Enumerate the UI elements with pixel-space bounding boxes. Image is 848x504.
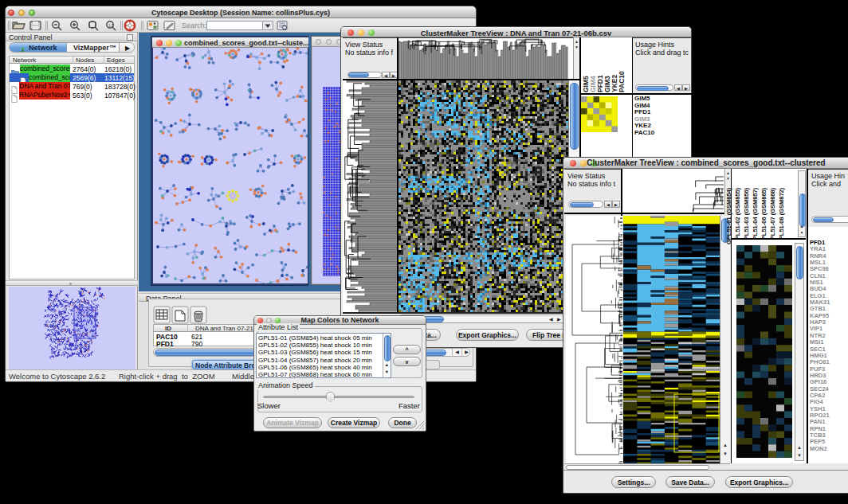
svg-text:Search:: Search: xyxy=(182,21,206,29)
svg-text:1:1: 1:1 xyxy=(108,24,114,28)
